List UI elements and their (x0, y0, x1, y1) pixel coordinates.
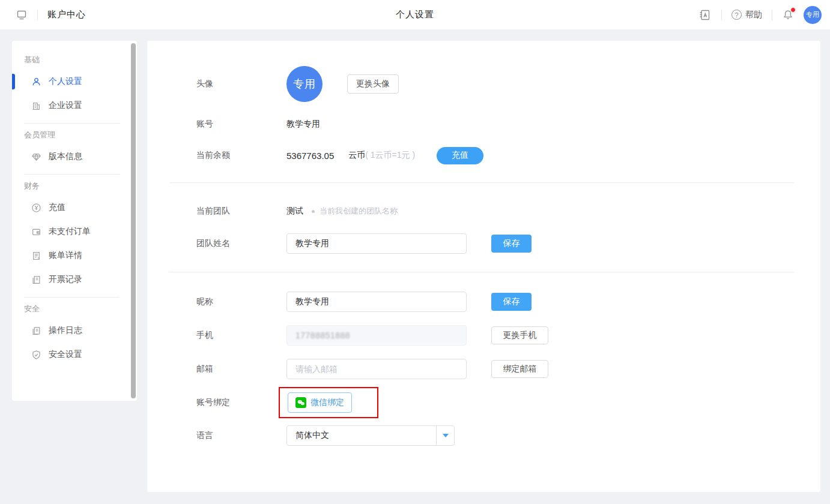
account-label: 账号 (196, 119, 286, 130)
email-input[interactable] (286, 359, 467, 379)
user-icon (31, 77, 41, 87)
sidebar-item-label: 操作日志 (49, 325, 82, 336)
bill-icon (31, 251, 41, 261)
sidebar: 基础 个人设置 企业设置 会员管理 版本信息 财务 (12, 41, 137, 401)
change-phone-button[interactable]: 更换手机 (491, 326, 548, 344)
sidebar-item-label: 企业设置 (49, 100, 82, 111)
active-indicator (12, 74, 15, 89)
shield-check-icon (31, 350, 41, 360)
sidebar-section-basic: 基础 (24, 54, 137, 66)
sidebar-item-operation-log[interactable]: 操作日志 (12, 319, 137, 343)
invoice-icon (31, 275, 41, 285)
change-avatar-button[interactable]: 更换头像 (347, 74, 399, 94)
annotation-highlight-box: 微信绑定 (279, 387, 378, 418)
sidebar-item-label: 未支付订单 (49, 226, 91, 237)
hint-bullet (312, 210, 315, 213)
sidebar-item-bill-details[interactable]: 账单详情 (12, 244, 137, 268)
balance-row: 当前余额 5367763.05 云币 ( 1云币=1元 ) 充值 (196, 142, 820, 169)
phone-value: 17788851888 (295, 331, 350, 340)
avatar-label: 头像 (196, 79, 286, 89)
notification-dot (790, 7, 796, 13)
help-label: 帮助 (745, 10, 762, 20)
settings-panel: 头像 专用 更换头像 账号 教学专用 当前余额 5367763.05 云币 ( … (147, 41, 820, 492)
balance-note: ( 1云币=1元 ) (365, 150, 415, 161)
question-circle-icon: ? (732, 10, 742, 20)
header-divider (772, 10, 772, 20)
yen-circle-icon (31, 203, 41, 213)
account-row: 账号 教学专用 (196, 115, 820, 133)
recharge-button[interactable]: 充值 (437, 147, 483, 164)
log-icon (31, 326, 41, 336)
sidebar-section-security: 安全 (24, 303, 137, 315)
balance-unit: 云币 (348, 150, 365, 161)
sidebar-item-invoice-records[interactable]: 开票记录 (12, 268, 137, 292)
nickname-row: 昵称 保存 (196, 292, 820, 312)
sidebar-item-version-info[interactable]: 版本信息 (12, 145, 137, 169)
team-name-save-button[interactable]: 保存 (491, 235, 532, 253)
chevron-down-icon (443, 434, 449, 437)
nickname-save-button[interactable]: 保存 (491, 293, 532, 311)
header-left: 账户中心 (0, 9, 86, 21)
sidebar-item-unpaid-orders[interactable]: 未支付订单 (12, 220, 137, 244)
nickname-input[interactable] (286, 292, 467, 312)
sidebar-item-personal-settings[interactable]: 个人设置 (12, 70, 137, 94)
header-right: ? 帮助 专用 (698, 6, 822, 24)
header-divider (721, 10, 722, 20)
workspace-icon[interactable] (16, 9, 28, 21)
team-name-row: 团队姓名 保存 (196, 233, 820, 254)
bind-email-button[interactable]: 绑定邮箱 (491, 360, 548, 378)
sidebar-divider (24, 297, 120, 298)
wallet-icon (31, 227, 41, 237)
sidebar-item-label: 开票记录 (49, 274, 82, 285)
avatar-row: 头像 专用 更换头像 (196, 66, 820, 102)
language-row: 语言 简体中文 (196, 425, 820, 446)
select-arrow-zone[interactable] (436, 426, 454, 445)
user-avatar[interactable]: 专用 (804, 6, 822, 24)
sidebar-item-label: 充值 (49, 202, 65, 213)
app-title: 账户中心 (47, 9, 86, 20)
sidebar-item-label: 安全设置 (49, 349, 82, 360)
gem-icon (31, 152, 41, 162)
nickname-label: 昵称 (196, 296, 286, 307)
phone-row: 手机 17788851888 更换手机 (196, 325, 820, 346)
balance-value: 5367763.05 (286, 151, 334, 161)
profile-avatar: 专用 (286, 66, 323, 102)
sidebar-item-label: 个人设置 (49, 76, 82, 87)
sidebar-divider (24, 123, 120, 124)
sidebar-item-label: 版本信息 (49, 151, 82, 162)
sidebar-item-label: 账单详情 (49, 250, 82, 261)
top-header: 账户中心 个人设置 ? 帮助 专用 (0, 0, 830, 30)
account-value: 教学专用 (286, 119, 320, 130)
sidebar-divider (24, 174, 120, 175)
language-select[interactable]: 简体中文 (286, 425, 455, 446)
language-value: 简体中文 (287, 430, 436, 441)
notification-bell-icon[interactable] (782, 9, 794, 21)
language-label: 语言 (196, 430, 286, 441)
account-binding-label: 账号绑定 (196, 397, 286, 408)
section-divider (169, 182, 794, 183)
current-team-row: 当前团队 测试 当前我创建的团队名称 (196, 202, 820, 220)
sidebar-item-enterprise-settings[interactable]: 企业设置 (12, 94, 137, 118)
account-binding-row: 账号绑定 微信绑定 (196, 387, 820, 418)
balance-label: 当前余额 (196, 150, 286, 161)
guide-icon[interactable] (698, 8, 712, 22)
team-name-label: 团队姓名 (196, 238, 286, 249)
phone-field: 17788851888 (286, 325, 467, 346)
help-button[interactable]: ? 帮助 (732, 10, 762, 20)
sidebar-item-security-settings[interactable]: 安全设置 (12, 343, 137, 367)
phone-label: 手机 (196, 330, 286, 341)
email-label: 邮箱 (196, 364, 286, 374)
current-team-value: 测试 (286, 206, 303, 217)
header-divider (37, 10, 38, 20)
section-divider (169, 272, 794, 272)
wechat-bind-label: 微信绑定 (310, 397, 344, 408)
email-row: 邮箱 绑定邮箱 (196, 359, 820, 379)
wechat-icon (295, 397, 306, 408)
sidebar-section-membership: 会员管理 (24, 129, 137, 141)
building-icon (31, 101, 41, 111)
sidebar-section-finance: 财务 (24, 180, 137, 192)
current-team-label: 当前团队 (196, 206, 286, 217)
sidebar-item-recharge[interactable]: 充值 (12, 196, 137, 220)
wechat-bind-button[interactable]: 微信绑定 (288, 392, 352, 413)
team-name-input[interactable] (286, 233, 467, 254)
